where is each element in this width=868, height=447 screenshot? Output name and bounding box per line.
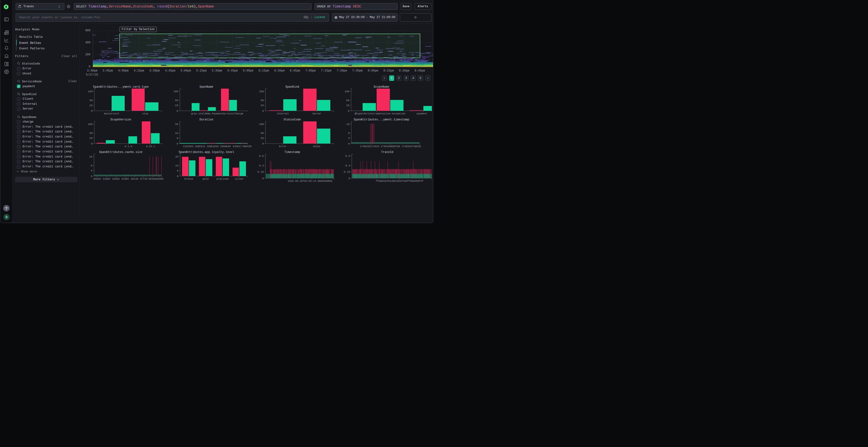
svg-text:SpanKind: SpanKind xyxy=(285,85,299,89)
svg-text:0.3: 0.3 xyxy=(345,164,350,167)
svg-text:ff860334facdb23d3f430ff5b5050f: ff860334facdb23d3f430ff5b5050f4f xyxy=(376,180,424,182)
svg-text:SpanAttributes...yment.timesta: SpanAttributes...yment.timestamp xyxy=(354,118,409,122)
svg-text:91063: 91063 xyxy=(103,177,111,180)
svg-text:96139: 96139 xyxy=(131,177,138,180)
svg-text:0: 0 xyxy=(177,175,179,178)
svg-text:99900: 99900 xyxy=(156,177,163,180)
svg-text:0.1.0: 0.1.0 xyxy=(125,145,132,148)
svg-text:grpc.oteldemo.PaymentService/C: grpc.oteldemo.PaymentService/Charge xyxy=(191,112,243,115)
svg-text:0: 0 xyxy=(348,110,349,112)
svg-text:100: 100 xyxy=(259,123,264,126)
svg-text:0: 0 xyxy=(177,110,178,112)
svg-text:SpanName: SpanName xyxy=(199,85,213,89)
svg-text:0: 0 xyxy=(91,142,93,145)
svg-text:1698314: 1698314 xyxy=(194,145,205,148)
svg-text:platinum: platinum xyxy=(217,177,228,180)
svg-text:0.6: 0.6 xyxy=(259,154,264,158)
svg-text:92953: 92953 xyxy=(112,177,120,180)
svg-text:SpanAttributes...yment.card_ty: SpanAttributes...yment.card_type xyxy=(93,85,149,89)
svg-text:Timestamp: Timestamp xyxy=(284,150,300,154)
svg-text:999435: 999435 xyxy=(243,145,251,148)
svg-text:TraceId: TraceId xyxy=(381,150,393,154)
svg-text:50: 50 xyxy=(89,132,93,135)
svg-text:SpanAttributes.app.loyalty.lev: SpanAttributes.app.loyalty.level xyxy=(179,150,234,154)
svg-text:4: 4 xyxy=(348,137,350,140)
svg-text:50: 50 xyxy=(346,99,349,102)
svg-text:25: 25 xyxy=(175,104,178,107)
svg-text:16: 16 xyxy=(89,156,92,158)
svg-text:97730: 97730 xyxy=(140,177,148,180)
svg-text:9: 9 xyxy=(177,137,178,140)
svg-text:8: 8 xyxy=(348,132,350,135)
svg-text:8: 8 xyxy=(91,164,92,167)
svg-text:2600849: 2600849 xyxy=(220,145,230,148)
svg-text:Error: Error xyxy=(279,145,287,148)
svg-text:0: 0 xyxy=(262,142,264,145)
svg-text:ScopeName: ScopeName xyxy=(374,85,390,89)
svg-text:25: 25 xyxy=(261,104,264,107)
svg-text:98338: 98338 xyxy=(149,177,156,180)
svg-text:visa: visa xyxy=(142,112,148,115)
svg-text:0: 0 xyxy=(348,177,350,180)
svg-text:18: 18 xyxy=(175,132,178,135)
svg-text:1748393738536: 1748393738536 xyxy=(402,145,421,148)
svg-text:19961834: 19961834 xyxy=(207,145,218,148)
svg-text:0.15: 0.15 xyxy=(344,171,350,173)
svg-text:36: 36 xyxy=(175,123,178,126)
svg-text:4: 4 xyxy=(91,169,92,172)
svg-text:Server: Server xyxy=(312,112,321,115)
svg-text:payment: payment xyxy=(416,112,427,115)
svg-text:0.15: 0.15 xyxy=(257,171,264,173)
svg-text:1748192273433: 1748192273433 xyxy=(360,145,379,148)
svg-text:50: 50 xyxy=(89,99,93,102)
svg-text:0: 0 xyxy=(91,175,92,178)
svg-text:100: 100 xyxy=(345,90,349,93)
svg-text:1333363: 1333363 xyxy=(183,145,193,148)
svg-text:0.3: 0.3 xyxy=(259,164,264,167)
svg-text:25: 25 xyxy=(89,104,93,107)
svg-text:16: 16 xyxy=(346,123,350,126)
svg-text:100: 100 xyxy=(88,123,93,126)
svg-text:100: 100 xyxy=(88,90,93,93)
svg-text:0: 0 xyxy=(348,142,350,145)
svg-text:50: 50 xyxy=(261,132,264,135)
svg-text:mastercard: mastercard xyxy=(104,112,119,115)
svg-text:25: 25 xyxy=(346,104,349,107)
svg-text:SpanAttributes.cache.size: SpanAttributes.cache.size xyxy=(99,150,143,154)
svg-text:0: 0 xyxy=(262,177,264,180)
svg-text:543017: 543017 xyxy=(233,145,242,148)
svg-text:1748199880789: 1748199880789 xyxy=(381,145,400,148)
svg-text:50: 50 xyxy=(261,99,264,102)
svg-text:25: 25 xyxy=(261,137,264,140)
svg-text:32: 32 xyxy=(175,156,179,158)
svg-text:Duration: Duration xyxy=(199,118,213,122)
svg-text:Unset: Unset xyxy=(313,145,321,148)
svg-text:0.6: 0.6 xyxy=(345,154,350,158)
svg-text:@hyperdx/instrumentation-excep: @hyperdx/instrumentation-exception xyxy=(355,112,405,115)
svg-text:silver: silver xyxy=(235,177,244,180)
svg-text:89835: 89835 xyxy=(94,177,101,180)
svg-text:StatusCode: StatusCode xyxy=(283,118,301,122)
svg-text:50: 50 xyxy=(175,99,178,102)
svg-text:0: 0 xyxy=(177,142,178,145)
svg-text:16: 16 xyxy=(175,164,179,167)
svg-text:100: 100 xyxy=(259,90,264,93)
svg-text:25: 25 xyxy=(89,137,93,140)
svg-text:0.51.1: 0.51.1 xyxy=(146,145,155,148)
svg-text:0: 0 xyxy=(91,110,93,112)
svg-text:bronze: bronze xyxy=(184,177,193,180)
svg-text:94365: 94365 xyxy=(122,177,129,180)
svg-text:gold: gold xyxy=(203,177,209,180)
svg-text:?: ? xyxy=(5,207,7,211)
svg-text:ScopeVersion: ScopeVersion xyxy=(111,118,131,122)
svg-text:2025-05-28T03:59:14.900820000Z: 2025-05-28T03:59:14.900820000Z xyxy=(288,180,332,182)
svg-text:0: 0 xyxy=(262,110,264,112)
svg-text:Internal: Internal xyxy=(277,112,289,115)
svg-text:D: D xyxy=(5,215,7,219)
svg-text:100: 100 xyxy=(173,90,178,93)
svg-text:8: 8 xyxy=(177,169,179,172)
